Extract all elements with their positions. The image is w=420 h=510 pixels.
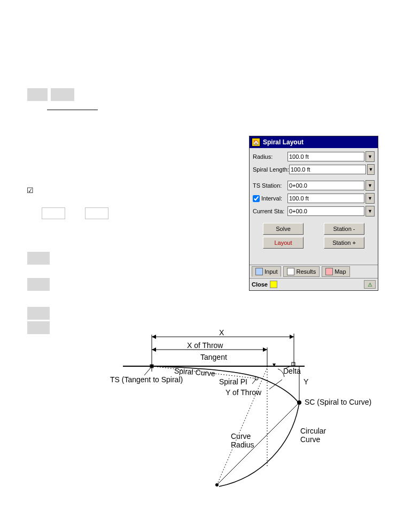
dialog-title: Spiral Layout xyxy=(263,138,304,146)
diagram-label-circular-curve: Circular Curve xyxy=(300,427,326,444)
results-tab-icon xyxy=(287,268,294,275)
svg-marker-7 xyxy=(263,347,267,352)
station-plus-button[interactable]: Station + xyxy=(324,237,364,249)
tab-map[interactable]: Map xyxy=(322,266,349,277)
spiral-diagram: X X of Throw Tangent Spiral Curve TS (Ta… xyxy=(112,326,395,492)
tab-map-label: Map xyxy=(335,268,346,275)
svg-marker-6 xyxy=(152,347,156,352)
current-sta-input[interactable] xyxy=(287,206,364,216)
interval-input[interactable] xyxy=(287,194,364,203)
placeholder-box xyxy=(27,321,50,334)
layout-button[interactable]: Layout xyxy=(263,237,304,249)
warning-icon: ⚠ xyxy=(364,280,376,289)
current-sta-dropdown-button[interactable]: ▼ xyxy=(365,206,375,217)
interval-dropdown-button[interactable]: ▼ xyxy=(365,193,375,204)
map-tab-icon xyxy=(325,268,333,275)
svg-marker-1 xyxy=(152,335,156,339)
svg-line-16 xyxy=(252,378,256,384)
diagram-label-tangent: Tangent xyxy=(200,353,227,361)
diagram-label-spiral-pi: Spiral PI xyxy=(219,377,247,386)
radius-label: Radius: xyxy=(253,153,287,160)
diagram-label-y-of-throw: Y of Throw xyxy=(225,388,261,397)
interval-label: Interval: xyxy=(261,195,282,202)
status-indicator-icon xyxy=(270,281,277,288)
tab-input[interactable]: Input xyxy=(252,266,281,277)
tab-results-label: Results xyxy=(296,268,316,275)
placeholder-box xyxy=(27,88,48,101)
ts-station-input[interactable] xyxy=(287,181,364,190)
tab-input-label: Input xyxy=(265,268,277,275)
spiral-layout-dialog: 🏠 Spiral Layout Radius: ▼ Spiral Length:… xyxy=(249,136,378,291)
ts-station-dropdown-button[interactable]: ▼ xyxy=(365,180,375,191)
placeholder-box xyxy=(85,207,108,219)
app-icon: 🏠 xyxy=(252,138,260,146)
svg-marker-2 xyxy=(290,335,294,339)
placeholder-box xyxy=(27,307,50,320)
radius-dropdown-button[interactable]: ▼ xyxy=(365,151,375,162)
title-underline xyxy=(47,110,98,110)
solve-button[interactable]: Solve xyxy=(263,223,304,235)
placeholder-box xyxy=(51,88,74,101)
diagram-label-ts: TS (Tangent to Spiral) xyxy=(110,375,183,384)
diagram-label-x-of-throw: X of Throw xyxy=(187,341,223,350)
diagram-label-delta: Delta xyxy=(283,367,301,375)
current-sta-label: Current Sta: xyxy=(253,208,287,214)
ts-station-label: TS Station: xyxy=(253,182,287,189)
status-bar: Close ⚠ xyxy=(250,278,378,290)
svg-line-25 xyxy=(144,368,151,375)
dialog-titlebar: 🏠 Spiral Layout xyxy=(250,136,378,148)
station-minus-button[interactable]: Station - xyxy=(324,223,364,235)
placeholder-box xyxy=(27,278,50,291)
tab-bar: Input Results Map xyxy=(250,265,378,278)
tab-results[interactable]: Results xyxy=(283,266,320,277)
svg-rect-11 xyxy=(292,362,295,366)
close-button[interactable]: Close xyxy=(252,281,268,288)
spiral-length-label: Spiral Length: xyxy=(253,166,289,173)
interval-checkbox[interactable] xyxy=(253,195,260,202)
radius-input[interactable] xyxy=(287,152,364,161)
checkmark-icon: ☑ xyxy=(27,187,34,194)
diagram-label-x: X xyxy=(219,328,224,337)
svg-point-24 xyxy=(150,365,153,368)
diagram-label-y: Y xyxy=(304,377,308,386)
svg-line-22 xyxy=(217,403,299,485)
input-tab-icon xyxy=(255,268,263,275)
placeholder-box xyxy=(27,252,50,265)
diagram-label-curve-radius: Curve Radius xyxy=(231,432,254,449)
placeholder-box xyxy=(42,207,65,219)
spiral-length-dropdown-button[interactable]: ▼ xyxy=(367,164,375,175)
spiral-length-input[interactable] xyxy=(289,165,366,174)
diagram-label-sc: SC (Spiral to Curve) xyxy=(305,398,371,406)
